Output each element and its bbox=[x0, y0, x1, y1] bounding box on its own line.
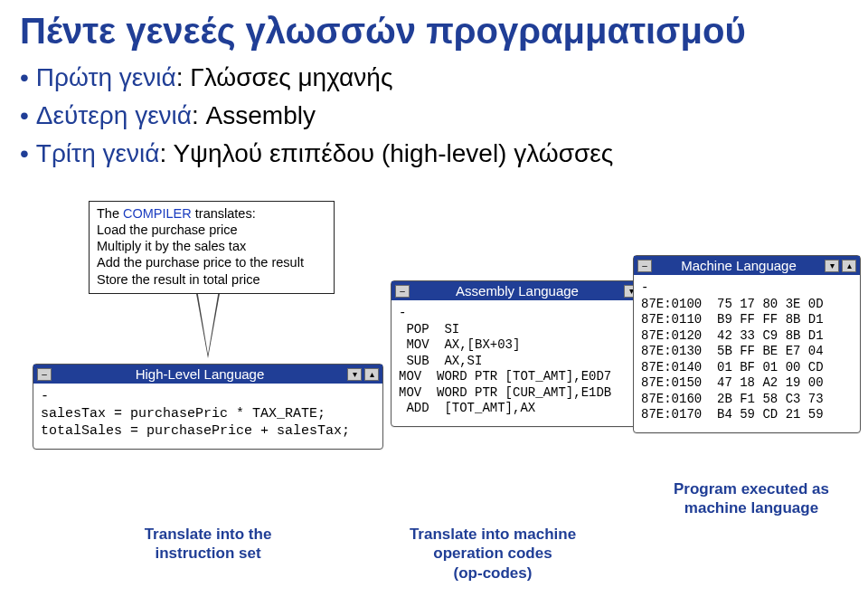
compiler-lead-line: The COMPILER translates: bbox=[97, 205, 326, 222]
bullet-2-term: Δεύτερη γενιά bbox=[36, 101, 192, 129]
window-control-up-icon[interactable]: ▴ bbox=[364, 368, 379, 381]
window-high-level-language: – High-Level Language ▾ ▴ - salesTax = p… bbox=[33, 364, 383, 450]
window-title-ml: Machine Language bbox=[656, 258, 822, 273]
window-body-hll: - salesTax = purchasePric * TAX_RATE; to… bbox=[33, 384, 382, 449]
window-control-minimize-icon[interactable]: – bbox=[637, 260, 652, 272]
compiler-lead-word: COMPILER bbox=[123, 206, 192, 221]
compiler-line-2: Multiply it by the sales tax bbox=[97, 238, 326, 254]
window-body-ml: - 87E:0100 75 17 80 3E 0D 87E:0110 B9 FF… bbox=[634, 275, 860, 432]
bullet-2-rest: : Assembly bbox=[192, 101, 316, 129]
window-title-asm: Assembly Language bbox=[413, 283, 621, 299]
window-control-minimize-icon[interactable]: – bbox=[37, 368, 52, 381]
page-title: Πέντε γενεές γλωσσών προγραμματισμού bbox=[0, 0, 868, 59]
caption-translate-instruction-set: Translate into the instruction set bbox=[108, 525, 307, 564]
bullet-2: •Δεύτερη γενιά: Assembly bbox=[20, 97, 868, 135]
bullet-3: •Τρίτη γενιά: Υψηλού επιπέδου (high-leve… bbox=[20, 135, 868, 173]
bullet-list: •Πρώτη γενιά: Γλώσσες μηχανής •Δεύτερη γ… bbox=[0, 59, 868, 173]
bullet-3-term: Τρίτη γενιά bbox=[36, 139, 160, 167]
bullet-1-term: Πρώτη γενιά bbox=[36, 63, 176, 91]
bullet-dot-3: • bbox=[20, 139, 29, 167]
compiler-lead-the: The bbox=[97, 206, 123, 221]
window-control-down-icon[interactable]: ▾ bbox=[347, 368, 362, 381]
window-machine-language: – Machine Language ▾ ▴ - 87E:0100 75 17 … bbox=[633, 255, 861, 433]
bullet-dot-2: • bbox=[20, 101, 29, 129]
window-control-down-icon[interactable]: ▾ bbox=[825, 260, 839, 272]
caption-translate-opcodes: Translate into machine operation codes (… bbox=[389, 525, 597, 583]
window-titlebar-asm: – Assembly Language ▾ ▴ bbox=[392, 281, 659, 300]
window-titlebar-ml: – Machine Language ▾ ▴ bbox=[634, 256, 860, 275]
bullet-3-rest: : Υψηλού επιπέδου (high-level) γλώσσες bbox=[159, 139, 613, 167]
bullet-1: •Πρώτη γενιά: Γλώσσες μηχανής bbox=[20, 59, 868, 97]
caption-program-executed: Program executed as machine language bbox=[653, 479, 850, 518]
bullet-dot-1: • bbox=[20, 63, 29, 91]
window-assembly-language: – Assembly Language ▾ ▴ - POP SI MOV AX,… bbox=[391, 280, 660, 427]
window-title-hll: High-Level Language bbox=[55, 366, 344, 382]
window-body-asm: - POP SI MOV AX,[BX+03] SUB AX,SI MOV WO… bbox=[392, 300, 659, 426]
window-titlebar-hll: – High-Level Language ▾ ▴ bbox=[33, 365, 382, 384]
window-control-up-icon[interactable]: ▴ bbox=[842, 260, 856, 272]
compiler-speech-box: The COMPILER translates: Load the purcha… bbox=[89, 201, 335, 294]
compiler-line-1: Load the purchase price bbox=[97, 222, 326, 238]
compiler-lead-rest: translates: bbox=[192, 206, 256, 221]
compiler-line-4: Store the result in total price bbox=[97, 271, 326, 288]
bullet-1-rest: : Γλώσσες μηχανής bbox=[176, 63, 393, 91]
window-control-minimize-icon[interactable]: – bbox=[395, 285, 410, 298]
compiler-line-3: Add the purchase price to the result bbox=[97, 254, 326, 270]
